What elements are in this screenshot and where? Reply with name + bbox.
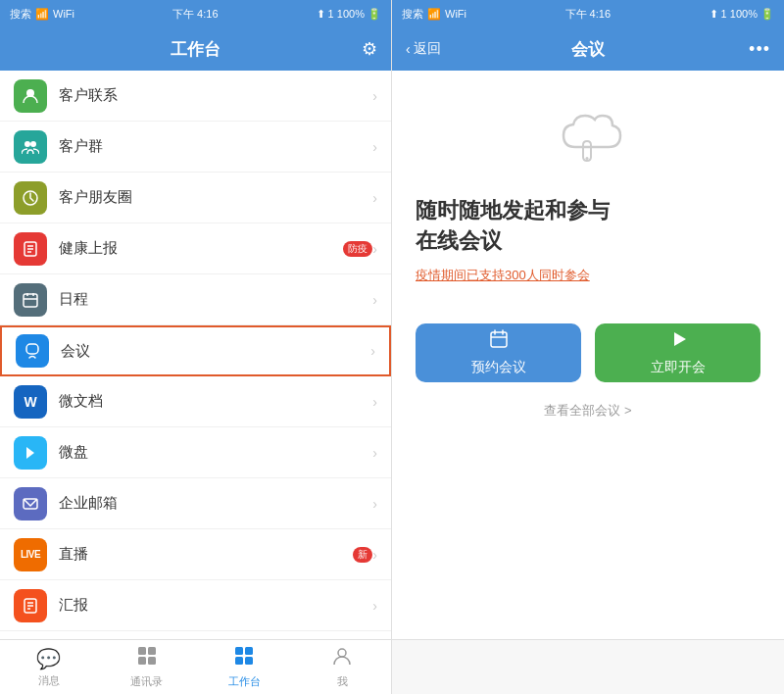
customer-group-icon [14,130,47,164]
signal-icon: 📶 [35,8,49,21]
menu-item-live[interactable]: LIVE 直播 新 › [0,529,391,580]
right-signal-icon: 📶 [427,8,441,21]
view-all-meetings-button[interactable]: 查看全部会议 > [416,402,760,420]
workspace-tab-label: 工作台 [228,674,261,689]
battery-icon: ⬆ 1 100% 🔋 [317,8,381,21]
svg-rect-25 [235,657,243,665]
right-search-text: 搜索 [402,7,423,22]
menu-item-health-report[interactable]: 健康上报 防疫 › [0,223,391,274]
settings-icon[interactable]: ⚙ [362,38,377,60]
chevron-icon: › [372,190,377,206]
contacts-tab-label: 通讯录 [130,674,163,689]
svg-rect-20 [148,647,156,655]
bottom-tab-bar: 💬 消息 通讯录 工作台 我 [0,639,391,694]
right-panel: 搜索 📶 WiFi 下午 4:16 ⬆ 1 100% 🔋 ‹ 返回 会议 •••… [392,0,784,694]
tab-me[interactable]: 我 [293,645,391,689]
menu-item-micro-drive[interactable]: 微盘 › [0,427,391,478]
svg-marker-33 [674,332,686,346]
chevron-icon: › [372,547,377,563]
micro-drive-label: 微盘 [59,443,372,462]
svg-point-28 [586,157,589,160]
menu-item-micro-doc[interactable]: W 微文档 › [0,376,391,427]
live-icon: LIVE [14,538,47,571]
right-content: 随时随地发起和参与在线会议 疫情期间已支持300人同时参会 预约会议 立即开会 … [392,71,784,639]
svg-point-27 [338,649,346,657]
chevron-icon: › [372,598,377,614]
right-time-display: 下午 4:16 [565,7,611,22]
right-bottom-area [392,639,784,694]
chevron-icon: › [372,139,377,155]
contacts-tab-icon [136,645,158,671]
message-tab-icon: 💬 [36,647,61,670]
tab-message[interactable]: 💬 消息 [0,647,98,688]
menu-item-report[interactable]: 汇报 › [0,580,391,631]
svg-point-1 [24,141,30,147]
svg-rect-8 [24,294,37,307]
time-display: 下午 4:16 [172,7,218,22]
tab-contacts[interactable]: 通讯录 [98,645,196,689]
schedule-icon [14,283,47,317]
menu-item-announce[interactable]: 公告 › [0,631,391,639]
menu-item-customer-group[interactable]: 客户群 › [0,122,391,173]
schedule-label: 日程 [59,290,372,309]
left-panel: 搜索 📶 WiFi 下午 4:16 ⬆ 1 100% 🔋 工作台 ⚙ 客户联系 … [0,0,392,694]
start-icon [667,328,689,355]
start-meeting-button[interactable]: 立即开会 [595,323,760,382]
svg-rect-26 [245,657,253,665]
chevron-icon: › [372,394,377,410]
report-label: 汇报 [59,596,372,615]
chevron-icon: › [372,88,377,104]
workspace-title: 工作台 [171,38,220,61]
health-report-icon [14,232,47,266]
search-text: 搜索 [10,7,31,22]
me-tab-label: 我 [337,674,348,689]
enterprise-mail-label: 企业邮箱 [59,494,372,513]
back-button[interactable]: ‹ 返回 [406,40,441,58]
chevron-icon: › [372,241,377,257]
health-report-label: 健康上报 [59,239,337,258]
svg-rect-23 [235,647,243,655]
right-wifi-icon: WiFi [445,8,466,20]
right-battery-icon: ⬆ 1 100% 🔋 [710,8,774,21]
right-nav-bar: ‹ 返回 会议 ••• [392,27,784,71]
right-status-right: ⬆ 1 100% 🔋 [710,8,774,21]
right-status-left: 搜索 📶 WiFi [402,7,466,22]
live-badge: 新 [353,547,372,563]
menu-item-schedule[interactable]: 日程 › [0,274,391,325]
chevron-icon: › [370,343,375,359]
svg-rect-21 [138,657,146,665]
workspace-tab-icon [233,645,255,671]
menu-item-customer-contact[interactable]: 客户联系 › [0,71,391,122]
cloud-phone-icon [554,110,622,169]
micro-doc-icon: W [14,385,47,419]
back-label: 返回 [414,40,441,58]
customer-contact-icon [14,79,47,113]
menu-list: 客户联系 › 客户群 › 客户朋友圈 › 健康上报 防疫 › [0,71,391,639]
status-right: ⬆ 1 100% 🔋 [317,8,381,21]
enterprise-mail-icon [14,487,47,520]
micro-drive-icon [14,436,47,470]
svg-rect-19 [138,647,146,655]
cloud-illustration [416,110,760,169]
customer-group-label: 客户群 [59,137,372,156]
menu-item-enterprise-mail[interactable]: 企业邮箱 › [0,478,391,529]
menu-item-customer-moments[interactable]: 客户朋友圈 › [0,173,391,223]
svg-rect-22 [148,657,156,665]
chevron-icon: › [372,445,377,461]
meeting-page-title: 会议 [571,38,605,61]
chevron-icon: › [372,496,377,512]
tab-workspace[interactable]: 工作台 [196,645,294,689]
svg-rect-29 [491,332,507,347]
chevron-icon: › [372,292,377,308]
menu-item-meeting[interactable]: 会议 › [0,325,391,376]
schedule-meeting-button[interactable]: 预约会议 [416,323,581,382]
svg-rect-24 [245,647,253,655]
left-status-bar: 搜索 📶 WiFi 下午 4:16 ⬆ 1 100% 🔋 [0,0,391,27]
wifi-icon: WiFi [53,8,74,20]
start-meeting-label: 立即开会 [651,359,706,376]
svg-point-2 [30,141,36,147]
more-options-button[interactable]: ••• [749,39,770,60]
live-label: 直播 [59,545,347,564]
customer-moments-icon [14,181,47,215]
svg-marker-12 [26,447,34,459]
